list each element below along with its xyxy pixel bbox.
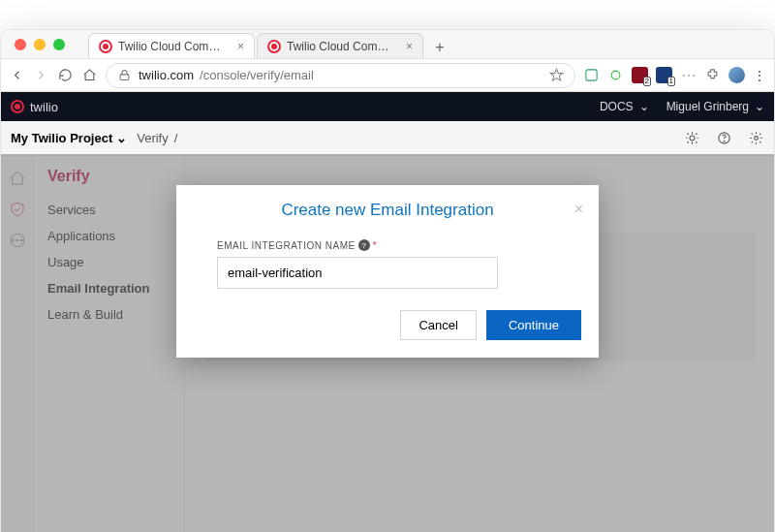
bookmark-icon[interactable] [548,67,565,83]
chevron-down-icon: ⌄ [639,100,649,113]
minimize-window-icon[interactable] [34,39,46,50]
breadcrumb-sep: / [174,131,178,145]
modal-body: EMAIL INTEGRATION NAME ? * [176,226,599,297]
tab-title: Twilio Cloud Communications [287,40,398,53]
user-menu[interactable]: Miguel Grinberg ⌄ [666,100,764,113]
new-tab-button[interactable]: + [429,37,450,58]
close-window-icon[interactable] [15,39,26,50]
extension-green-dot-icon[interactable] [607,67,624,83]
svg-point-3 [611,71,620,79]
browser-toolbar: twilio.com/console/verify/email 2 1 ⋯ ⋮ [1,59,774,92]
svg-point-6 [724,141,725,141]
lock-icon [116,67,133,83]
extension-lastpass-icon[interactable]: 1 [656,67,672,83]
app-topnav: twilio DOCS ⌄ Miguel Grinberg ⌄ [1,92,774,121]
project-name: My Twilio Project [11,131,112,145]
svg-point-7 [755,137,759,141]
browser-tab-active[interactable]: Twilio Cloud Communications × [88,33,255,58]
window-controls [9,39,71,58]
back-button[interactable] [9,67,25,83]
forward-button[interactable] [33,67,49,83]
modal-title: Create new Email Integration [281,201,493,220]
twilio-favicon-icon [267,40,281,53]
project-selector[interactable]: My Twilio Project ⌄ [11,131,127,145]
docs-label: DOCS [600,100,634,113]
app: twilio DOCS ⌄ Miguel Grinberg ⌄ My Twili… [1,92,774,532]
profile-avatar[interactable] [728,67,745,83]
extensions-icon[interactable] [704,67,721,83]
twilio-logo[interactable]: twilio [11,100,58,114]
close-tab-icon[interactable]: × [404,40,413,53]
svg-marker-1 [550,69,563,80]
help-icon[interactable] [716,130,732,146]
extension-ublock-icon[interactable]: 2 [632,67,648,83]
tab-title: Twilio Cloud Communications [118,40,230,53]
chrome-menu-icon[interactable]: ⋮ [753,68,766,83]
extension-dashlane-icon[interactable] [583,67,600,83]
breadcrumb: Verify / [137,131,177,145]
fullscreen-window-icon[interactable] [53,39,65,50]
debugger-icon[interactable] [684,130,700,146]
label-text: EMAIL INTEGRATION NAME [217,240,356,251]
integration-name-input[interactable] [217,257,498,289]
svg-rect-2 [586,70,597,80]
settings-icon[interactable] [748,130,764,146]
browser-tab[interactable]: Twilio Cloud Communications × [257,33,423,58]
modal-header: Create new Email Integration × [176,185,599,226]
close-modal-button[interactable]: × [571,197,587,222]
twilio-favicon-icon [99,40,112,53]
app-subnav: My Twilio Project ⌄ Verify / [1,121,774,156]
create-email-integration-modal: Create new Email Integration × EMAIL INT… [176,185,599,358]
docs-menu[interactable]: DOCS ⌄ [600,100,649,113]
extension-menu-icon[interactable]: ⋯ [680,67,697,83]
svg-point-4 [690,136,695,141]
browser-tabs: Twilio Cloud Communications × Twilio Clo… [88,33,450,58]
svg-rect-0 [120,75,129,80]
url-path: /console/verify/email [200,68,314,82]
close-tab-icon[interactable]: × [235,40,244,53]
breadcrumb-item[interactable]: Verify [137,131,169,145]
home-button[interactable] [81,67,98,83]
continue-button[interactable]: Continue [486,310,581,340]
cancel-button[interactable]: Cancel [400,310,476,340]
integration-name-label: EMAIL INTEGRATION NAME ? * [217,239,558,251]
browser-window: Twilio Cloud Communications × Twilio Clo… [0,29,775,532]
chevron-down-icon: ⌄ [116,131,127,145]
chevron-down-icon: ⌄ [755,100,764,113]
url-host: twilio.com [139,68,194,82]
reload-button[interactable] [57,67,74,83]
required-asterisk: * [373,240,377,251]
modal-footer: Cancel Continue [176,297,599,358]
close-icon: × [574,201,583,217]
help-icon[interactable]: ? [358,239,370,251]
user-name: Miguel Grinberg [666,100,749,113]
address-bar[interactable]: twilio.com/console/verify/email [106,63,575,88]
browser-titlebar: Twilio Cloud Communications × Twilio Clo… [1,30,774,59]
